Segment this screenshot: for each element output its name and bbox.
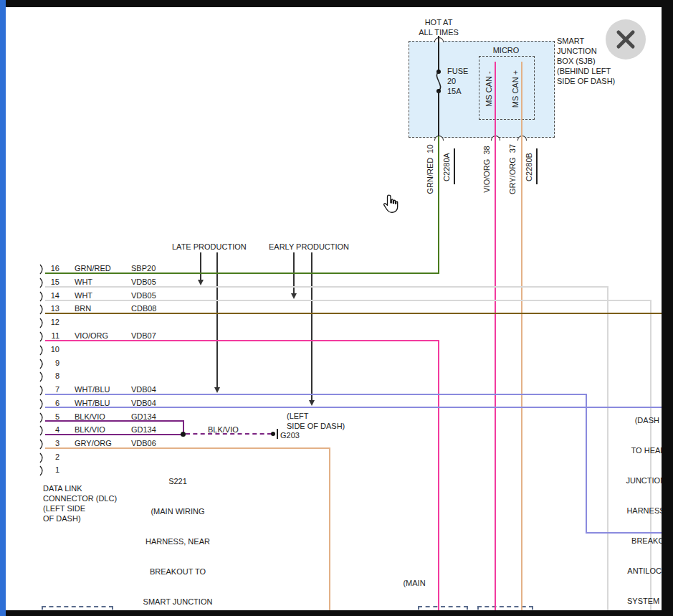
pin-number: 6 — [47, 399, 59, 407]
g203-terminal-bar — [277, 429, 278, 439]
dlc-label-line1: DATA LINK — [43, 483, 82, 493]
window-bottom-border — [6, 610, 673, 616]
pin-number: 5 — [47, 412, 59, 421]
fuse-label-line3: 15A — [447, 86, 462, 96]
wire-brn-horizontal — [45, 313, 673, 314]
close-icon — [606, 19, 646, 60]
splice-s221-dot — [181, 432, 186, 437]
wire-tag-grn-red: GRN/RED 10 — [426, 141, 436, 198]
pin-number: 14 — [47, 291, 59, 300]
pin-circuit: GD134 — [131, 412, 156, 421]
wire-tag-vio-org: VIO/ORG 38 — [482, 141, 492, 198]
pin-wire-color: VIO/ORG — [75, 331, 108, 340]
wire-tag-c2280a: C2280A — [442, 138, 452, 196]
pin-circuit: VDB04 — [131, 385, 156, 394]
wire-gry-org-3-vertical — [329, 447, 330, 616]
pin-number: 10 — [47, 345, 59, 354]
pin-number: 3 — [47, 439, 59, 447]
pin-circuit: CDB08 — [131, 304, 156, 313]
sjb-label-line1: SMART — [557, 36, 584, 46]
wiring-diagram-canvas: MICRO HOT AT ALL TIMES FUSE 20 15A MS CA… — [0, 0, 673, 616]
window-top-border — [6, 0, 673, 7]
wire-vio-org-11-horizontal — [45, 340, 439, 341]
pin-bracket-icon — [39, 278, 45, 288]
wire-gry-org-vertical — [521, 62, 522, 616]
sjb-label-line2: JUNCTION — [557, 46, 597, 56]
hot-at-label-line2: ALL TIMES — [410, 27, 467, 37]
hot-at-label-line1: HOT AT — [410, 17, 467, 27]
s221-line2: (MAIN WIRING — [135, 506, 221, 516]
pin-bracket-icon — [39, 452, 45, 463]
pin-bracket-icon — [39, 399, 45, 409]
pin-bracket-icon — [39, 345, 45, 356]
pin-number: 2 — [47, 452, 59, 461]
pin-circuit: SBP20 — [131, 264, 156, 273]
pin-wire-color: WHT — [75, 278, 92, 286]
pin-number: 8 — [47, 371, 59, 380]
early-arrow-2 — [311, 252, 312, 400]
pin-circuit: VDB05 — [131, 291, 156, 300]
ms-can-plus-label: MS CAN + — [511, 60, 521, 118]
g203-dot — [271, 432, 275, 436]
sjb-label-line4: (BEHIND LEFT — [557, 66, 611, 76]
g203-name-label: G203 — [280, 430, 300, 440]
sjb-label-line5: SIDE OF DASH) — [557, 76, 615, 86]
pin-bracket-icon — [39, 359, 45, 369]
pin-wire-color: WHT/BLU — [75, 399, 110, 407]
late-arrowhead-1 — [198, 280, 204, 285]
pin-wire-color: WHT/BLU — [75, 385, 110, 394]
pin-wire-color: BRN — [75, 304, 91, 313]
close-button[interactable] — [606, 19, 646, 60]
pin-bracket-icon — [39, 425, 45, 436]
late-arrow-1 — [200, 252, 201, 280]
pin-bracket-icon — [39, 331, 45, 342]
pin-bracket-icon — [39, 465, 45, 476]
c2280a-tag-line — [454, 148, 455, 184]
pin-circuit: GD134 — [131, 425, 156, 434]
pin-number: 7 — [47, 385, 59, 394]
wire-wht-blu-7-vertical — [586, 394, 587, 534]
pin-circuit: VDB04 — [131, 399, 156, 407]
wire-blk-vio-5-horizontal — [45, 420, 184, 422]
c213-label: (MAIN WIRING HARNESS, NEAR BREAKOUT TO C… — [371, 558, 457, 616]
pin-bracket-icon — [39, 385, 45, 396]
blk-vio-wire-label: BLK/VIO — [208, 425, 239, 435]
late-production-label: LATE PRODUCTION — [172, 242, 247, 252]
wire-blk-vio-4-horizontal — [45, 434, 184, 435]
pin-number: 13 — [47, 304, 59, 313]
s221-line3: HARNESS, NEAR — [135, 536, 221, 546]
s221-line1: S221 — [135, 476, 221, 486]
pin-bracket-icon — [39, 291, 45, 302]
hand-cursor-icon — [382, 194, 401, 215]
dlc-label-line4: OF DASH) — [43, 513, 81, 523]
pin-bracket-icon — [39, 412, 45, 423]
dlc-label-line2: CONNECTOR (DLC) — [43, 493, 117, 503]
pin-wire-color: WHT — [75, 291, 92, 300]
c2280b-tag-line — [536, 148, 538, 184]
wire-fuse-lead-top — [438, 36, 439, 70]
pin-wire-color: BLK/VIO — [75, 412, 105, 421]
c213-line1: (MAIN — [371, 578, 457, 588]
early-arrowhead-2 — [309, 400, 315, 406]
pin-number: 4 — [47, 425, 59, 434]
pin-wire-color: BLK/VIO — [75, 425, 105, 434]
pin-number: 9 — [47, 359, 59, 367]
pin-wire-color: GRN/RED — [75, 264, 111, 273]
wire-wht-blu-7-horizontal — [45, 394, 587, 395]
window-right-border — [662, 0, 673, 616]
wire-grn-red-vertical — [438, 136, 439, 274]
pin-bracket-icon — [39, 318, 45, 328]
wire-wht-14-horizontal — [45, 300, 651, 301]
pin-bracket-icon — [39, 304, 45, 315]
late-arrowhead-2 — [214, 387, 220, 393]
pin-circuit: VDB06 — [131, 439, 156, 447]
fuse-element-icon — [430, 72, 447, 91]
wire-grn-red-horizontal — [45, 273, 439, 274]
early-arrowhead-1 — [291, 293, 297, 299]
g203-location-line1: (LEFT — [287, 411, 309, 421]
pin-number: 16 — [47, 264, 59, 273]
pin-wire-color: GRY/ORG — [75, 439, 112, 447]
wire-tag-gry-org: GRY/ORG 37 — [508, 141, 518, 198]
left-scrollbar-edge[interactable] — [0, 0, 6, 616]
wire-gry-org-3-horizontal — [45, 447, 330, 449]
